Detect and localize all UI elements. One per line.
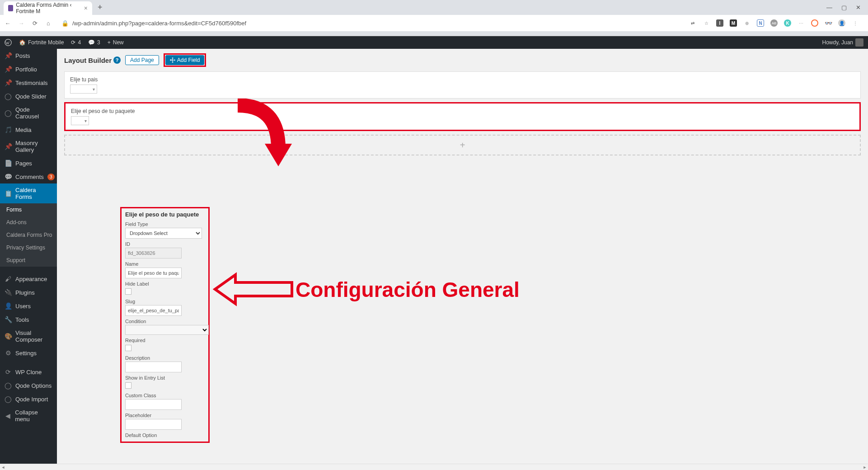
sidebar-item-comments[interactable]: 💬Comments3 <box>0 170 57 183</box>
sidebar-item-label: Users <box>15 303 31 310</box>
home-icon[interactable]: ⌂ <box>44 19 52 27</box>
ext-mask-icon[interactable]: 👓 <box>825 19 832 27</box>
sidebar-item-pages[interactable]: 📄Pages <box>0 156 57 170</box>
sidebar-item-forms[interactable]: Forms <box>0 203 57 216</box>
show-entry-checkbox[interactable] <box>125 382 131 389</box>
sidebar-item-wp-clone[interactable]: ⟳WP Clone <box>0 365 57 379</box>
field-mock-select: ▾ <box>71 116 89 125</box>
sidebar-item-label: Qode Slider <box>15 93 47 100</box>
sidebar-item-privacy-settings[interactable]: Privacy Settings <box>0 241 57 254</box>
sidebar-item-qode-options[interactable]: ◯Qode Options <box>0 379 57 392</box>
sidebar-item-media[interactable]: 🎵Media <box>0 123 57 136</box>
back-icon[interactable]: ← <box>4 19 12 27</box>
scroll-left-icon[interactable]: ◄ <box>0 464 6 470</box>
window-controls: — ▢ ✕ <box>819 4 868 11</box>
ext-ab-icon[interactable]: AB <box>770 19 778 27</box>
browser-tab[interactable]: Caldera Forms Admin ‹ Fortnite M × <box>4 1 92 15</box>
help-icon[interactable]: ? <box>113 56 121 64</box>
star-icon[interactable]: ☆ <box>703 19 710 27</box>
sidebar-item-visual-composer[interactable]: 🎨Visual Composer <box>0 326 57 346</box>
caldera-forms-icon: 📋 <box>5 190 12 197</box>
browser-tab-bar: Caldera Forms Admin ‹ Fortnite M × + — ▢… <box>0 0 868 15</box>
sidebar-item-collapse-menu[interactable]: ◀Collapse menu <box>0 406 57 426</box>
sidebar-item-settings[interactable]: ⚙Settings <box>0 346 57 360</box>
sidebar-item-label: Testimonials <box>15 80 48 86</box>
sidebar-item-qode-carousel[interactable]: ◯Qode Carousel <box>0 103 57 123</box>
horizontal-scrollbar[interactable]: ◄ ► <box>0 464 868 470</box>
sidebar-item-appearance[interactable]: 🖌Appearance <box>0 272 57 286</box>
field-label: Elije tu pais <box>70 76 855 83</box>
field-type-select[interactable]: Dropdown Select <box>125 228 202 239</box>
sidebar-item-caldera-forms-pro[interactable]: Caldera Forms Pro <box>0 229 57 241</box>
translate-icon[interactable]: ⇄ <box>689 19 696 27</box>
layout-canvas: Elije tu pais ▾ Elije el peso de tu paqu… <box>57 71 868 155</box>
sidebar-item-label: Forms <box>6 207 22 213</box>
users-icon: 👤 <box>5 302 12 310</box>
custom-class-input[interactable] <box>125 399 182 410</box>
sidebar-item-label: Portfolio <box>15 66 37 73</box>
sidebar-item-label: Privacy Settings <box>6 244 45 251</box>
hide-label-checkbox[interactable] <box>125 288 131 295</box>
sidebar-item-posts[interactable]: 📌Posts <box>0 49 57 62</box>
sidebar-item-add-ons[interactable]: Add-ons <box>0 216 57 229</box>
site-name-link[interactable]: 🏠 Fortnite Mobile <box>19 39 64 46</box>
sidebar-item-tools[interactable]: 🔧Tools <box>0 313 57 326</box>
add-row-dropzone[interactable]: + <box>64 135 861 155</box>
condition-select[interactable] <box>125 325 209 335</box>
profile-avatar-icon[interactable]: 👤 <box>838 19 845 27</box>
close-icon[interactable]: × <box>84 5 88 12</box>
placeholder-input[interactable] <box>125 419 182 430</box>
howdy-link[interactable]: Howdy, Juan <box>822 38 863 47</box>
visual-composer-icon: 🎨 <box>5 333 12 340</box>
comments-link[interactable]: 💬 3 <box>88 39 100 46</box>
updates-link[interactable]: ⟳ 4 <box>71 39 81 46</box>
sidebar-item-plugins[interactable]: 🔌Plugins <box>0 286 57 299</box>
field-row-peso[interactable]: Elije el peso de tu paquete ▾ <box>64 102 861 131</box>
sidebar-item-users[interactable]: 👤Users <box>0 299 57 313</box>
url-bar[interactable]: 🔒 /wp-admin/admin.php?page=caldera-forms… <box>58 20 684 27</box>
scroll-right-icon[interactable]: ► <box>862 464 868 470</box>
ext-i-icon[interactable]: I <box>716 19 723 27</box>
field-row-pais[interactable]: Elije tu pais ▾ <box>64 71 861 99</box>
sidebar-item-qode-slider[interactable]: ◯Qode Slider <box>0 89 57 103</box>
sidebar-item-portfolio[interactable]: 📌Portfolio <box>0 62 57 76</box>
browser-toolbar: ← → ⟳ ⌂ 🔒 /wp-admin/admin.php?page=calde… <box>0 15 868 31</box>
sidebar-item-label: Add-ons <box>6 219 27 226</box>
forward-icon[interactable]: → <box>17 19 25 27</box>
new-tab-button[interactable]: + <box>92 3 108 12</box>
ext-k-icon[interactable]: K <box>784 19 791 27</box>
minimize-icon[interactable]: — <box>826 4 832 11</box>
wp-logo-icon[interactable] <box>5 39 12 46</box>
ext-ring-icon[interactable] <box>811 19 818 27</box>
close-window-icon[interactable]: ✕ <box>856 4 861 11</box>
sidebar-item-testimonials[interactable]: 📌Testimonials <box>0 76 57 89</box>
description-input[interactable] <box>125 362 182 372</box>
appearance-icon: 🖌 <box>5 275 12 282</box>
new-link[interactable]: + New <box>108 39 124 46</box>
sidebar-item-label: Posts <box>15 52 30 59</box>
menu-icon[interactable]: ⋮ <box>852 19 859 27</box>
reload-icon[interactable]: ⟳ <box>31 19 39 27</box>
ext-n-icon[interactable]: N <box>757 19 764 27</box>
sidebar-item-masonry-gallery[interactable]: 📌Masonry Gallery <box>0 136 57 156</box>
settings-icon: ⚙ <box>5 349 12 357</box>
sidebar-item-qode-import[interactable]: ◯Qode Import <box>0 392 57 406</box>
avatar <box>855 38 863 47</box>
required-checkbox[interactable] <box>125 345 131 351</box>
add-page-button[interactable]: Add Page <box>125 55 159 65</box>
slug-input[interactable] <box>125 305 182 316</box>
tab-title: Caldera Forms Admin ‹ Fortnite M <box>16 2 81 14</box>
annotation-text: Configuración General <box>296 277 520 302</box>
name-input[interactable] <box>125 268 182 278</box>
sidebar-item-label: Appearance <box>15 276 47 282</box>
ext-dots-icon[interactable]: ⋯ <box>798 19 805 27</box>
posts-icon: 📌 <box>5 52 12 59</box>
wp-admin-bar: 🏠 Fortnite Mobile ⟳ 4 💬 3 + New Howdy, J… <box>0 36 868 49</box>
ext-m-icon[interactable]: M <box>730 19 737 27</box>
sidebar-item-caldera-forms[interactable]: 📋Caldera Forms <box>0 183 57 203</box>
badge: 3 <box>47 174 55 180</box>
maximize-icon[interactable]: ▢ <box>841 4 847 11</box>
ext-globe-icon[interactable]: ⊕ <box>743 19 751 27</box>
add-field-button[interactable]: Add Field <box>165 55 205 65</box>
sidebar-item-support[interactable]: Support <box>0 254 57 267</box>
